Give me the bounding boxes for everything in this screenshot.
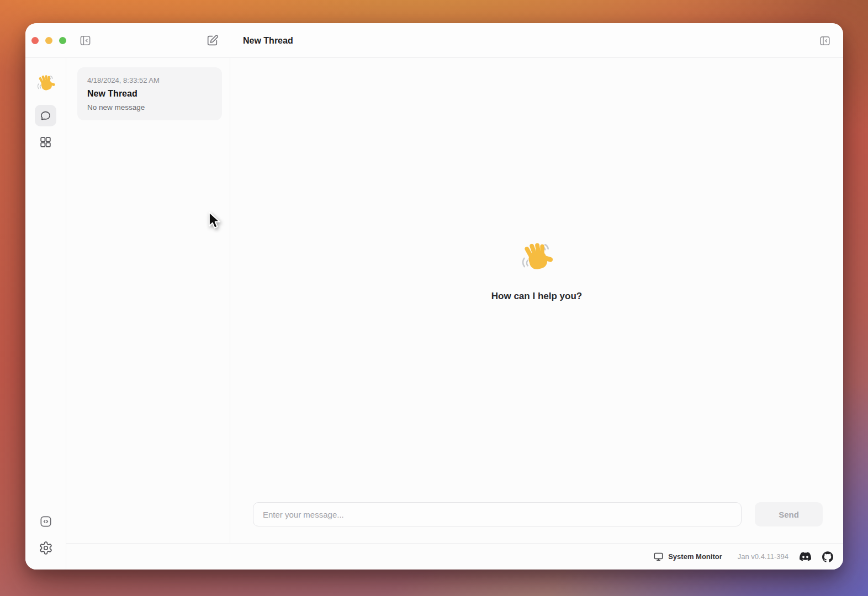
discord-icon — [800, 551, 811, 562]
jan-app-window: New Thread — [25, 23, 843, 570]
github-icon — [822, 551, 833, 562]
message-composer: Send — [253, 502, 823, 526]
jan-wave-logo — [35, 73, 56, 94]
chat-main-panel: How can I help you? Send — [230, 58, 843, 543]
sidebar-item-local-api-server[interactable] — [35, 510, 56, 532]
empty-state: How can I help you? — [230, 240, 843, 302]
version-label: Jan v0.4.11-394 — [738, 552, 788, 561]
system-monitor-label: System Monitor — [668, 552, 722, 561]
minimize-button[interactable] — [45, 37, 52, 44]
page-title: New Thread — [243, 23, 293, 58]
app-ribbon — [25, 58, 66, 570]
system-monitor-button[interactable]: System Monitor — [653, 551, 722, 562]
chat-bubble-icon — [39, 109, 52, 122]
discord-link[interactable] — [800, 551, 811, 562]
thread-list-panel: 4/18/2024, 8:33:52 AM New Thread No new … — [66, 58, 230, 543]
titlebar: New Thread — [25, 23, 843, 58]
github-link[interactable] — [822, 551, 833, 562]
sidebar-item-hub[interactable] — [35, 131, 56, 153]
thread-list-item[interactable]: 4/18/2024, 8:33:52 AM New Thread No new … — [77, 67, 222, 120]
panel-left-icon — [79, 34, 92, 47]
new-thread-button[interactable] — [204, 33, 220, 48]
zoom-button[interactable] — [59, 37, 66, 44]
wave-emoji — [518, 240, 555, 276]
close-button[interactable] — [31, 37, 39, 44]
toggle-right-panel-button[interactable] — [818, 34, 832, 48]
settings-gear-icon — [39, 541, 53, 555]
sidebar-item-settings[interactable] — [35, 537, 56, 558]
message-input[interactable] — [253, 502, 742, 526]
thread-timestamp: 4/18/2024, 8:33:52 AM — [87, 76, 212, 84]
monitor-icon — [653, 551, 664, 562]
code-square-icon — [39, 514, 53, 529]
status-bar: System Monitor Jan v0.4.11-394 — [66, 543, 843, 570]
traffic-lights — [31, 23, 66, 58]
panel-right-icon — [819, 35, 831, 47]
app-grid-icon — [39, 135, 52, 149]
greeting-text: How can I help you? — [491, 291, 582, 302]
thread-subtitle: No new message — [87, 103, 212, 111]
thread-title: New Thread — [87, 89, 212, 99]
compose-icon — [205, 34, 219, 47]
send-button[interactable]: Send — [755, 502, 823, 526]
sidebar-item-threads[interactable] — [35, 105, 56, 126]
toggle-left-panel-button[interactable] — [77, 33, 93, 48]
